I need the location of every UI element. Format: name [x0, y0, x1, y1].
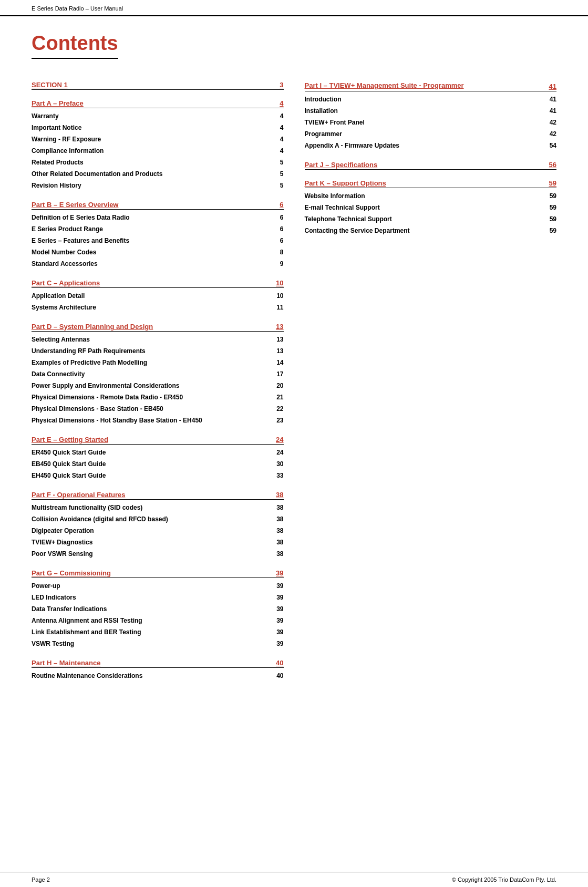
toc-entry: Installation41	[305, 105, 557, 117]
section-heading-1: Part A – Preface4	[32, 99, 284, 108]
toc-entry: Power Supply and Environmental Considera…	[32, 380, 284, 391]
toc-entry: Multistream functionality (SID codes)38	[32, 502, 284, 513]
entry-title: Understanding RF Path Requirements	[32, 346, 271, 356]
section-heading-page: 56	[549, 161, 556, 169]
entry-title: Physical Dimensions - Base Station - EB4…	[32, 404, 271, 414]
entry-title: Collision Avoidance (digital and RFCD ba…	[32, 514, 271, 524]
toc-entry: Warranty4	[32, 110, 284, 122]
entry-title: Routine Maintenance Considerations	[32, 671, 271, 680]
toc-entry: Routine Maintenance Considerations40	[32, 670, 284, 682]
toc-entry: Data Transfer Indications39	[32, 603, 284, 615]
right-column: Part I – TVIEW+ Management Suite - Progr…	[305, 71, 557, 236]
toc-entry: Programmer42	[305, 128, 557, 140]
section-heading-right-1: Part J – Specifications56	[305, 161, 557, 170]
toc-entry: Examples of Predictive Path Modelling14	[32, 357, 284, 368]
entry-title: TVIEW+ Diagnostics	[32, 538, 271, 547]
entry-page: 38	[271, 503, 284, 512]
entry-title: Data Transfer Indications	[32, 604, 271, 614]
footer: Page 2 © Copyright 2005 Trio DataCom Pty…	[0, 872, 588, 887]
section-heading-page: 39	[276, 569, 283, 577]
entry-page: 40	[271, 671, 284, 680]
toc-entry: Telephone Technical Support59	[305, 213, 557, 225]
entry-page: 38	[271, 549, 284, 559]
toc-entry: ER450 Quick Start Guide24	[32, 447, 284, 458]
toc-entry: Revision History5	[32, 180, 284, 191]
toc-entry: Antenna Alignment and RSSI Testing39	[32, 615, 284, 626]
section-heading-page: 6	[280, 201, 283, 209]
entry-title: Introduction	[305, 95, 544, 104]
entry-page: 39	[271, 604, 284, 614]
toc-entry: Important Notice4	[32, 122, 284, 133]
toc-entry: Power-up39	[32, 580, 284, 592]
entry-page: 8	[271, 247, 284, 257]
entry-title: Website Information	[305, 191, 544, 201]
section-heading-0: SECTION 13	[32, 81, 284, 90]
entry-title: Important Notice	[32, 123, 271, 132]
entry-title: Contacting the Service Department	[305, 226, 544, 235]
section-heading-page: 10	[276, 279, 283, 287]
entry-page: 4	[271, 146, 284, 156]
entry-page: 54	[544, 141, 556, 150]
section-heading-title: Part J – Specifications	[305, 161, 378, 169]
entry-title: Power-up	[32, 581, 271, 591]
toc-entry: Data Connectivity17	[32, 368, 284, 380]
entry-page: 33	[271, 471, 284, 480]
section-heading-7: Part G – Commissioning39	[32, 569, 284, 578]
toc-entry: Physical Dimensions - Remote Data Radio …	[32, 391, 284, 403]
entry-title: EH450 Quick Start Guide	[32, 471, 271, 480]
section-heading-title: Part D – System Planning and Design	[32, 323, 153, 331]
entry-page: 59	[544, 226, 556, 235]
entry-page: 59	[544, 214, 556, 224]
entry-page: 4	[271, 123, 284, 132]
section-heading-title: Part F - Operational Features	[32, 491, 125, 499]
entry-title: Multistream functionality (SID codes)	[32, 503, 271, 512]
toc-entry: Warning - RF Exposure4	[32, 133, 284, 145]
toc-entry: E Series Product Range6	[32, 223, 284, 235]
toc-entry: Selecting Antennas13	[32, 334, 284, 345]
toc-entry: Understanding RF Path Requirements13	[32, 345, 284, 357]
toc-entry: Definition of E Series Data Radio6	[32, 212, 284, 223]
entry-title: VSWR Testing	[32, 639, 271, 648]
entry-page: 17	[271, 369, 284, 379]
section-heading-page: 13	[276, 323, 283, 331]
entry-title: Revision History	[32, 181, 271, 190]
entry-title: Systems Architecture	[32, 303, 271, 312]
toc-entry: Link Establishment and BER Testing39	[32, 626, 284, 638]
section-heading-right-0: Part I – TVIEW+ Management Suite - Progr…	[305, 81, 557, 91]
section-heading-page: 38	[276, 491, 283, 499]
entry-page: 39	[271, 627, 284, 637]
entry-title: EB450 Quick Start Guide	[32, 459, 271, 469]
section-heading-title: Part K – Support Options	[305, 179, 386, 187]
entry-title: Appendix A - Firmware Updates	[305, 141, 544, 150]
toc-entry: Website Information59	[305, 190, 557, 202]
entry-page: 42	[544, 118, 556, 127]
header-text: E Series Data Radio – User Manual	[32, 5, 123, 12]
entry-page: 41	[544, 95, 556, 104]
entry-title: Examples of Predictive Path Modelling	[32, 358, 271, 367]
toc-entry: Introduction41	[305, 94, 557, 105]
entry-page: 23	[271, 416, 284, 425]
entry-title: TVIEW+ Front Panel	[305, 118, 544, 127]
footer-page: Page 2	[32, 876, 50, 883]
entry-page: 59	[544, 203, 556, 212]
entry-title: Application Detail	[32, 291, 271, 301]
toc-entry: E-mail Technical Support59	[305, 202, 557, 213]
left-column: SECTION 13Part A – Preface4Warranty4Impo…	[32, 71, 284, 682]
columns: SECTION 13Part A – Preface4Warranty4Impo…	[32, 71, 556, 682]
section-heading-page: 4	[280, 99, 283, 107]
entry-page: 20	[271, 381, 284, 390]
toc-entry: TVIEW+ Diagnostics38	[32, 537, 284, 548]
section-heading-page: 41	[544, 82, 556, 90]
entry-title: LED Indicators	[32, 593, 271, 602]
entry-page: 21	[271, 393, 284, 402]
section-heading-title: Part E – Getting Started	[32, 436, 108, 444]
entry-page: 38	[271, 526, 284, 535]
toc-entry: Contacting the Service Department59	[305, 225, 557, 236]
entry-page: 22	[271, 404, 284, 414]
entry-page: 42	[544, 129, 556, 139]
section-heading-8: Part H – Maintenance40	[32, 659, 284, 668]
entry-page: 59	[544, 191, 556, 201]
toc-entry: Systems Architecture11	[32, 302, 284, 313]
entry-page: 39	[271, 616, 284, 625]
section-heading-4: Part D – System Planning and Design13	[32, 323, 284, 332]
